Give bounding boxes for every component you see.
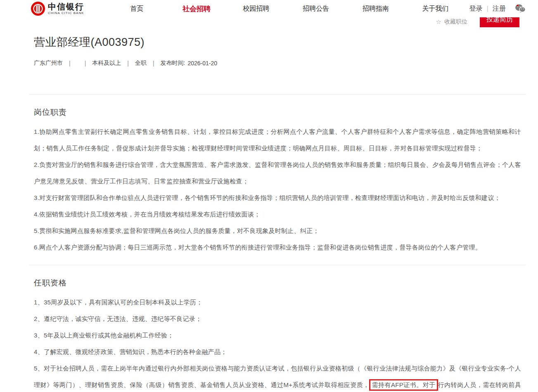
wechat-icon[interactable] (515, 4, 526, 14)
qualification-item: 4、了解宏观、微观经济政策、营销知识，熟悉本行的各种金融产品； (34, 344, 521, 360)
job-detail-content: 营业部经理(A003975) 广东广州市 | | 本科及以上 | 全职 | 发布… (0, 0, 538, 392)
qualification-item: 1、35周岁及以下，具有国家认可的全日制本科及以上学历； (34, 294, 521, 311)
top-navigation-bar: 中信银行 CHINA CITIC BANK 首页 社会招聘 校园招聘 招聘公告 … (0, 0, 538, 17)
qualifications-section-title: 任职资格 (34, 278, 521, 288)
section-divider (29, 94, 526, 95)
meta-separator: | (69, 60, 71, 67)
nav-item-recruitment-notices[interactable]: 招聘公告 (286, 5, 346, 13)
section-divider (29, 265, 526, 265)
register-link[interactable]: 注册 (493, 5, 506, 13)
job-employment-type: 全职 (135, 59, 147, 67)
qualifications-list: 1、35周岁及以下，具有国家认可的全日制本科及以上学历； 2、遵纪守法，诚实守信… (34, 294, 521, 392)
citic-bank-logo[interactable]: 中信银行 CHINA CITIC BANK (31, 2, 84, 16)
publish-time-label: 发布时间: (161, 59, 185, 67)
meta-separator: | (127, 60, 129, 67)
afp-certificate-highlight-box: 需持有AFP证书。对于 (369, 379, 438, 391)
duty-item: 6.网点个人客户资源分配与协调；每日三巡两示范，对大堂各个销售环节的衔接进行管理… (34, 239, 521, 256)
publish-time-value: 2026-01-20 (187, 60, 217, 67)
brand-name-en: CHINA CITIC BANK (48, 11, 84, 15)
duty-item: 4.依据销售业绩统计员工绩效考核，并在当月绩效考核结果发布后进行绩效面谈； (34, 206, 521, 223)
job-meta: 广东广州市 | | 本科及以上 | 全职 | 发布时间: 2026-01-20 (34, 59, 521, 67)
brand-name-cn: 中信银行 (48, 2, 84, 11)
nav-item-recruitment-guide[interactable]: 招聘指南 (346, 5, 406, 13)
duty-item: 1.协助网点零售主管副行长确定网点零售业务销售目标、计划，掌控目标完成进度；分析… (34, 124, 521, 157)
auth-separator: | (487, 5, 488, 12)
favorite-job-label: 收藏职位 (444, 18, 467, 26)
duty-item: 5.贯彻和实施网点服务标准要求,监督和管理网点各岗位人员的服务质量，对不良现象及… (34, 223, 521, 239)
duties-section-title: 岗位职责 (34, 107, 521, 118)
qualification-item: 5、对于社会招聘人员，需在上岗半年内通过银行内外部相关岗位资格与能力资质认证考试… (34, 360, 521, 392)
citic-logo-icon (31, 2, 45, 16)
meta-separator: | (153, 60, 154, 67)
auth-links: 登录 | 注册 (469, 3, 526, 14)
duty-item: 2.负责对营业厅的销售和服务进行综合管理，含大堂氛围营造、客户需求激发、监督和管… (34, 157, 521, 190)
logo-wordmark: 中信银行 CHINA CITIC BANK (48, 2, 84, 15)
qualification-item: 2、遵纪守法，诚实守信，无违法、违规、违纪等不良记录； (34, 311, 521, 327)
duties-list: 1.协助网点零售主管副行长确定网点零售业务销售目标、计划，掌控目标完成进度；分析… (34, 124, 521, 256)
nav-item-social-recruitment[interactable]: 社会招聘 (167, 4, 227, 14)
page-title: 营业部经理(A003975) (34, 35, 521, 50)
nav-item-home[interactable]: 首页 (107, 5, 167, 13)
star-icon: ☆ (436, 18, 441, 26)
nav-item-campus-recruitment[interactable]: 校园招聘 (226, 5, 286, 13)
job-location: 广东广州市 (34, 59, 63, 67)
nav-item-about-us[interactable]: 关于我们 (405, 5, 465, 13)
login-link[interactable]: 登录 (469, 5, 483, 13)
meta-separator: | (85, 60, 86, 67)
main-nav: 首页 社会招聘 校园招聘 招聘公告 招聘指南 关于我们 (107, 4, 465, 14)
job-education: 本科及以上 (92, 59, 121, 67)
qualification-item: 3、5年及以上商业银行或其他金融机构工作经验； (34, 327, 521, 344)
favorite-job-button[interactable]: ☆ 收藏职位 (436, 18, 467, 26)
page: 营业部经理(A003975) 广东广州市 | | 本科及以上 | 全职 | 发布… (0, 0, 538, 392)
duty-item: 3.对支行财富管理团队和合作单位驻点人员进行管理，各个销售环节的衔接和业务指导；… (34, 190, 521, 206)
